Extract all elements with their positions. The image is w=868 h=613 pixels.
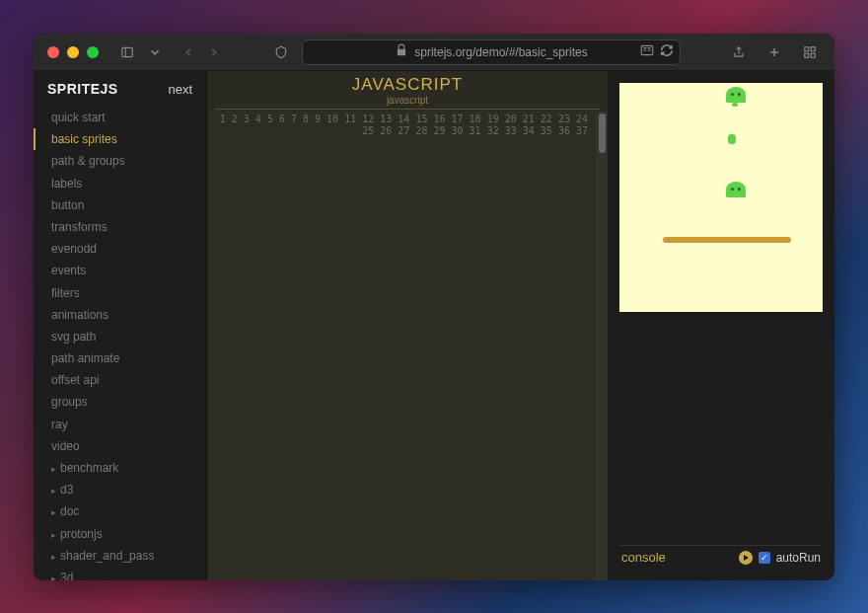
- editor-scrollbar[interactable]: [599, 114, 606, 153]
- sidebar-item-d3[interactable]: d3: [34, 479, 206, 500]
- close-window-button[interactable]: [47, 46, 59, 58]
- sidebar-item-shader-and-pass[interactable]: shader_and_pass: [34, 545, 206, 567]
- sidebar-item-path-groups[interactable]: path & groups: [34, 150, 206, 172]
- autorun-label: autoRun: [776, 551, 821, 565]
- browser-window: spritejs.org/demo/#/basic_sprites: [34, 34, 834, 580]
- sidebar-item-offset-api[interactable]: offset api: [34, 369, 206, 391]
- sprite-blob-2: [728, 134, 736, 144]
- code-editor[interactable]: 1 2 3 4 5 6 7 8 9 10 11 12 13 14 15 16 1…: [207, 112, 608, 580]
- sidebar-item-labels[interactable]: labels: [34, 173, 206, 194]
- editor-subtitle: javascript: [215, 95, 600, 110]
- editor-title: JAVASCRIPT: [207, 75, 608, 95]
- sprite-head-2: [726, 182, 746, 197]
- svg-rect-0: [122, 47, 133, 56]
- sprite-head-1: [726, 87, 746, 103]
- preview-panel: console ✓ autoRun: [608, 71, 834, 580]
- svg-rect-5: [805, 46, 809, 50]
- editor-code[interactable]: (async function () { const {Scene, Sprit…: [596, 112, 608, 580]
- reader-icon[interactable]: [640, 43, 654, 60]
- editor-header: JAVASCRIPT javascript: [207, 71, 608, 112]
- privacy-shield-icon[interactable]: [270, 41, 292, 63]
- browser-content: SPRITEJS next quick startbasic spritespa…: [34, 71, 834, 580]
- sidebar-item-video[interactable]: video: [34, 435, 206, 457]
- svg-rect-6: [811, 46, 815, 50]
- sidebar-item-doc[interactable]: doc: [34, 500, 206, 522]
- share-icon[interactable]: [728, 41, 750, 63]
- svg-rect-8: [811, 53, 815, 57]
- svg-rect-2: [641, 45, 653, 54]
- lock-icon: [395, 43, 408, 60]
- sidebar-item-protonjs[interactable]: protonjs: [34, 523, 206, 545]
- sidebar-item-benchmark[interactable]: benchmark: [34, 457, 206, 479]
- sidebar-item-svg-path[interactable]: svg path: [34, 326, 206, 347]
- sidebar-toggle-icon[interactable]: [116, 41, 138, 63]
- console-label[interactable]: console: [621, 550, 666, 565]
- reload-icon[interactable]: [660, 43, 674, 60]
- app-logo: SPRITEJS: [47, 81, 118, 97]
- address-bar[interactable]: spritejs.org/demo/#/basic_sprites: [302, 39, 681, 65]
- back-button[interactable]: [180, 41, 197, 63]
- play-icon[interactable]: [739, 551, 753, 565]
- address-bar-url: spritejs.org/demo/#/basic_sprites: [414, 45, 587, 59]
- sidebar-nav-list: quick startbasic spritespath & groupslab…: [34, 103, 206, 580]
- sidebar-item-ray[interactable]: ray: [34, 414, 206, 435]
- editor-panel: JAVASCRIPT javascript 1 2 3 4 5 6 7 8 9 …: [207, 71, 608, 580]
- editor-gutter: 1 2 3 4 5 6 7 8 9 10 11 12 13 14 15 16 1…: [207, 112, 596, 580]
- sidebar-item-basic-sprites[interactable]: basic sprites: [34, 128, 206, 150]
- sidebar-item-transforms[interactable]: transforms: [34, 216, 206, 238]
- new-tab-icon[interactable]: [763, 41, 785, 63]
- window-titlebar: spritejs.org/demo/#/basic_sprites: [34, 34, 834, 71]
- traffic-lights: [47, 46, 99, 58]
- sidebar-item-path-animate[interactable]: path animate: [34, 347, 206, 369]
- maximize-window-button[interactable]: [87, 46, 99, 58]
- app-sidebar: SPRITEJS next quick startbasic spritespa…: [34, 71, 207, 580]
- sidebar-item-evenodd[interactable]: evenodd: [34, 238, 206, 260]
- sidebar-item-groups[interactable]: groups: [34, 391, 206, 413]
- sidebar-item-filters[interactable]: filters: [34, 282, 206, 304]
- sprite-ground: [663, 237, 791, 243]
- forward-button[interactable]: [205, 41, 223, 63]
- next-link[interactable]: next: [168, 82, 192, 97]
- preview-canvas: [619, 83, 823, 312]
- console-bar: console ✓ autoRun: [619, 545, 823, 569]
- svg-rect-7: [805, 53, 809, 57]
- sidebar-item-button[interactable]: button: [34, 194, 206, 216]
- sprite-blob-1: [732, 103, 738, 107]
- sidebar-item-3d[interactable]: 3d: [34, 567, 206, 580]
- dropdown-chevron-icon[interactable]: [146, 41, 164, 63]
- sidebar-item-events[interactable]: events: [34, 260, 206, 281]
- preview-spacer: [619, 322, 823, 535]
- minimize-window-button[interactable]: [67, 46, 79, 58]
- sidebar-item-animations[interactable]: animations: [34, 304, 206, 326]
- tab-overview-icon[interactable]: [799, 41, 821, 63]
- sidebar-header: SPRITEJS next: [34, 71, 206, 103]
- autorun-checkbox[interactable]: ✓: [759, 552, 770, 564]
- sidebar-item-quick-start[interactable]: quick start: [34, 107, 206, 128]
